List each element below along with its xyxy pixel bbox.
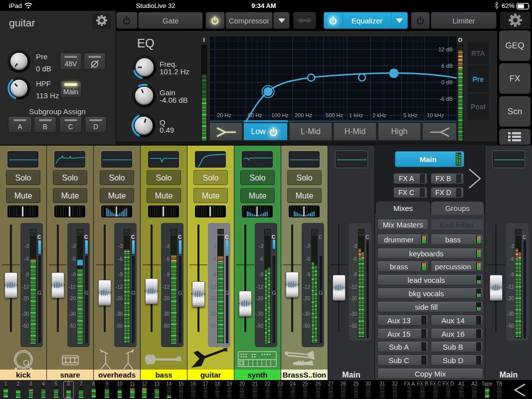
svg-text:200 Hz: 200 Hz (295, 112, 312, 118)
svg-text:500 Hz: 500 Hz (326, 112, 343, 118)
svg-text:6 dB: 6 dB (441, 63, 453, 69)
svg-text:2 kHz: 2 kHz (372, 112, 386, 118)
svg-text:-6 dB: -6 dB (440, 96, 453, 102)
svg-text:1 kHz: 1 kHz (349, 112, 363, 118)
svg-text:50 Hz: 50 Hz (248, 112, 262, 118)
svg-text:5 kHz: 5 kHz (403, 112, 417, 118)
svg-text:10 kHz: 10 kHz (427, 112, 444, 118)
svg-text:100 Hz: 100 Hz (271, 112, 289, 118)
svg-text:0 dB: 0 dB (441, 79, 453, 85)
svg-text:20 Hz: 20 Hz (217, 112, 231, 118)
svg-text:12 dB: 12 dB (438, 46, 453, 52)
